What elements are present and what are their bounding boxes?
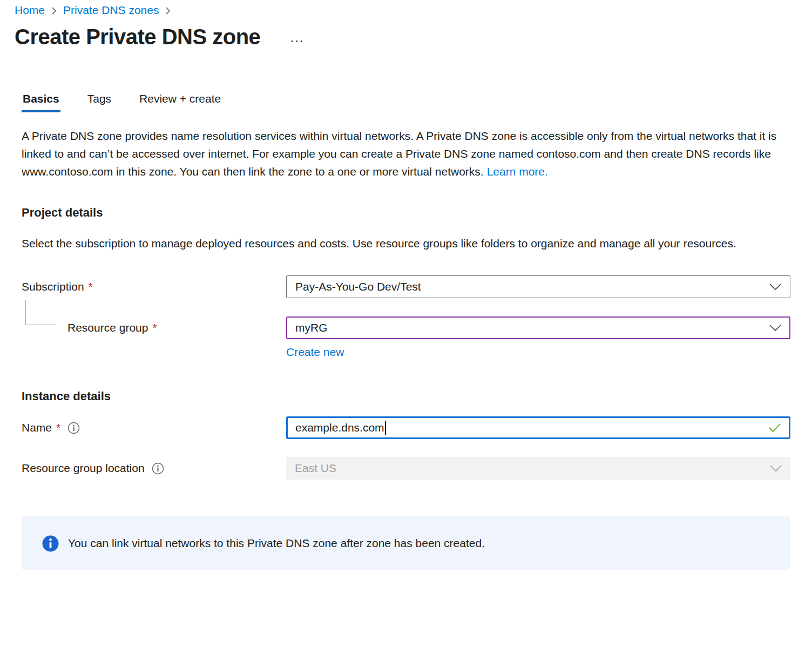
subscription-label: Subscription * <box>22 275 286 293</box>
breadcrumb: Home Private DNS zones <box>0 0 812 17</box>
name-label: Name * <box>22 416 286 434</box>
name-input-value: example.dns.com <box>295 421 384 434</box>
tab-tags[interactable]: Tags <box>86 92 112 112</box>
hierarchy-connector-line <box>25 300 56 325</box>
text-cursor <box>385 421 386 435</box>
required-asterisk: * <box>89 280 93 293</box>
name-input[interactable]: example.dns.com <box>286 416 790 439</box>
create-new-link[interactable]: Create new <box>286 346 344 359</box>
project-details-description: Select the subscription to manage deploy… <box>22 234 790 253</box>
chevron-down-icon <box>769 284 781 291</box>
resource-group-location-dropdown: East US <box>286 457 790 480</box>
info-filled-icon <box>42 535 59 552</box>
resource-group-label: Resource group * <box>22 316 286 334</box>
breadcrumb-link-home[interactable]: Home <box>15 4 45 17</box>
name-row: Name * example.dns.com <box>22 416 790 439</box>
chevron-right-icon <box>51 6 57 15</box>
page-title: Create Private DNS zone <box>15 25 260 49</box>
info-banner: You can link virtual networks to this Pr… <box>22 516 790 570</box>
resource-group-dropdown[interactable]: myRG <box>286 316 790 339</box>
info-banner-text: You can link virtual networks to this Pr… <box>68 537 485 550</box>
tab-basics[interactable]: Basics <box>22 92 60 112</box>
breadcrumb-link-private-dns-zones[interactable]: Private DNS zones <box>63 4 159 17</box>
tab-bar: Basics Tags Review + create <box>22 92 790 112</box>
instance-details-form: Name * example.dns.com <box>22 416 790 480</box>
project-details-heading: Project details <box>22 206 790 220</box>
tab-review-create[interactable]: Review + create <box>138 92 222 112</box>
chevron-right-icon <box>165 6 171 15</box>
resource-group-row: Resource group * myRG Create new <box>22 316 790 359</box>
valid-check-icon <box>768 423 781 433</box>
learn-more-link[interactable]: Learn more. <box>487 165 548 178</box>
intro-text: A Private DNS zone provides name resolut… <box>22 130 776 178</box>
project-details-form: Subscription * Pay-As-You-Go Dev/Test Re… <box>22 275 790 359</box>
resource-group-location-row: Resource group location East US <box>22 457 790 480</box>
page-header: Create Private DNS zone … <box>15 25 812 49</box>
resource-group-location-value: East US <box>295 462 763 475</box>
info-icon[interactable] <box>67 422 80 434</box>
more-options-button[interactable]: … <box>289 30 304 45</box>
subscription-value: Pay-As-You-Go Dev/Test <box>295 280 763 293</box>
subscription-dropdown[interactable]: Pay-As-You-Go Dev/Test <box>286 275 790 298</box>
resource-group-value: myRG <box>295 321 763 334</box>
chevron-down-icon <box>770 465 782 472</box>
intro-paragraph: A Private DNS zone provides name resolut… <box>22 127 790 180</box>
resource-group-location-label: Resource group location <box>22 457 286 475</box>
required-asterisk: * <box>56 421 60 434</box>
required-asterisk: * <box>152 321 157 334</box>
instance-details-heading: Instance details <box>22 389 790 403</box>
chevron-down-icon <box>769 325 781 332</box>
subscription-row: Subscription * Pay-As-You-Go Dev/Test <box>22 275 790 298</box>
info-icon[interactable] <box>152 462 164 475</box>
